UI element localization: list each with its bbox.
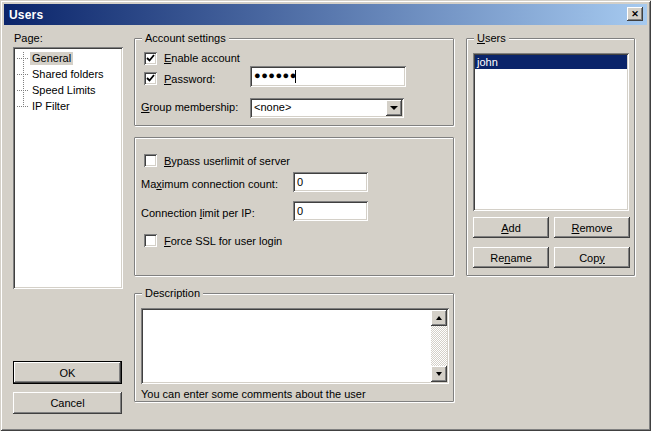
max-connections-label: Maximum connection count: bbox=[141, 178, 278, 190]
tree-line-icon bbox=[17, 58, 29, 59]
scroll-up-button[interactable] bbox=[431, 310, 447, 326]
scroll-up-icon bbox=[436, 316, 442, 320]
enable-account-checkbox[interactable] bbox=[144, 52, 157, 65]
group-membership-value: <none> bbox=[254, 101, 291, 113]
force-ssl-checkbox[interactable] bbox=[144, 234, 157, 247]
remove-button-label: Remove bbox=[572, 222, 613, 234]
page-item-general[interactable]: General bbox=[17, 50, 120, 66]
password-input[interactable]: ●●●●●● bbox=[250, 66, 406, 87]
chevron-down-icon bbox=[390, 106, 398, 110]
ip-limit-label: Connection limit per IP: bbox=[141, 207, 255, 219]
users-dialog: Users ✕ Page: General Shared folders Spe… bbox=[0, 0, 651, 431]
description-legend: Description bbox=[142, 287, 203, 299]
ip-limit-input[interactable] bbox=[293, 201, 368, 221]
page-tree[interactable]: General Shared folders Speed Limits IP F… bbox=[13, 47, 123, 289]
bypass-userlimit-checkbox[interactable] bbox=[144, 154, 157, 167]
page-item-label: Shared folders bbox=[30, 68, 106, 81]
user-list-item[interactable]: john bbox=[475, 55, 627, 69]
enable-account-label[interactable]: Enable account bbox=[164, 52, 240, 64]
limits-group: Bypass userlimit of server Maximum conne… bbox=[134, 137, 454, 276]
text-caret bbox=[295, 70, 296, 83]
add-button-label: Add bbox=[501, 222, 521, 234]
group-membership-label: Group membership: bbox=[141, 101, 238, 113]
scroll-down-button[interactable] bbox=[431, 366, 447, 382]
password-value: ●●●●●● bbox=[254, 69, 297, 81]
page-item-label: Speed Limits bbox=[30, 84, 98, 97]
group-membership-select[interactable]: <none> bbox=[250, 98, 404, 118]
copy-button[interactable]: Copy bbox=[554, 247, 630, 268]
close-icon: ✕ bbox=[631, 10, 639, 19]
bypass-userlimit-label[interactable]: Bypass userlimit of server bbox=[164, 155, 290, 167]
page-item-ip-filter[interactable]: IP Filter bbox=[17, 98, 120, 114]
tree-line-icon bbox=[17, 90, 29, 91]
user-name: john bbox=[477, 56, 498, 68]
cancel-button-label: Cancel bbox=[50, 397, 84, 409]
titlebar[interactable]: Users bbox=[4, 4, 647, 25]
dropdown-button[interactable] bbox=[386, 100, 402, 116]
ok-button[interactable]: OK bbox=[13, 361, 122, 384]
page-item-label: General bbox=[30, 52, 73, 65]
page-label: Page: bbox=[14, 32, 43, 44]
close-button[interactable]: ✕ bbox=[627, 7, 643, 21]
page-item-label: IP Filter bbox=[30, 100, 72, 113]
password-label[interactable]: Password: bbox=[164, 73, 215, 85]
ok-button-label: OK bbox=[60, 367, 76, 379]
tree-line-icon bbox=[17, 106, 29, 107]
password-checkbox[interactable] bbox=[144, 72, 157, 85]
page-item-speed-limits[interactable]: Speed Limits bbox=[17, 82, 120, 98]
copy-button-label: Copy bbox=[579, 252, 605, 264]
users-legend: Users bbox=[474, 32, 509, 44]
description-hint: You can enter some comments about the us… bbox=[141, 388, 366, 400]
add-button[interactable]: Add bbox=[473, 217, 549, 238]
users-group: Users john Add Remove Rename Copy bbox=[466, 38, 635, 276]
tree-line-icon bbox=[17, 74, 29, 75]
page-item-shared-folders[interactable]: Shared folders bbox=[17, 66, 120, 82]
window-title: Users bbox=[4, 8, 43, 22]
rename-button[interactable]: Rename bbox=[473, 247, 549, 268]
account-settings-legend: Account settings bbox=[142, 32, 229, 44]
description-group: Description You can enter some comments … bbox=[134, 293, 454, 402]
description-box bbox=[141, 308, 449, 384]
account-settings-group: Account settings Enable account Password… bbox=[134, 38, 454, 126]
description-textarea[interactable] bbox=[143, 310, 431, 382]
rename-button-label: Rename bbox=[490, 252, 532, 264]
remove-button[interactable]: Remove bbox=[554, 217, 630, 238]
check-icon bbox=[146, 54, 155, 63]
cancel-button[interactable]: Cancel bbox=[13, 392, 122, 414]
description-scrollbar[interactable] bbox=[431, 310, 447, 382]
max-connections-input[interactable] bbox=[293, 172, 368, 192]
scroll-down-icon bbox=[436, 372, 442, 376]
users-list[interactable]: john bbox=[473, 53, 629, 211]
check-icon bbox=[146, 74, 155, 83]
force-ssl-label[interactable]: Force SSL for user login bbox=[164, 235, 282, 247]
